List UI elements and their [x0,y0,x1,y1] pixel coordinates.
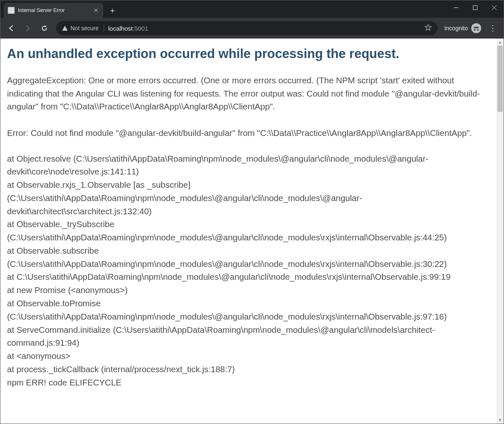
error-heading: An unhandled exception occurred while pr… [7,46,490,62]
new-tab-button[interactable]: ＋ [107,5,118,16]
browser-menu-button[interactable]: ⋮ [485,21,500,36]
bookmark-star-icon[interactable] [424,24,432,33]
forward-button[interactable] [20,21,35,36]
scroll-up-button[interactable]: ▲ [497,39,504,46]
toolbar: Not secure localhost:5001 Incognito ⋮ [0,18,504,39]
tab-close-icon[interactable]: ✕ [93,7,99,14]
page-content: An unhandled exception occurred while pr… [0,39,497,424]
favicon-icon [8,7,15,14]
security-indicator[interactable]: Not secure [62,25,104,31]
incognito-label: Incognito [444,25,468,31]
security-text: Not secure [71,25,99,31]
incognito-indicator: Incognito [442,23,484,33]
scroll-track[interactable] [497,46,504,417]
vertical-scrollbar[interactable]: ▲ ▼ [497,39,504,424]
window-maximize-button[interactable] [465,0,485,15]
address-bar[interactable]: Not secure localhost:5001 [56,21,438,35]
url-port: :5001 [133,25,149,32]
svg-rect-5 [473,5,477,10]
tabs-region: Internal Server Error ✕ ＋ [0,0,118,18]
browser-tab[interactable]: Internal Server Error ✕ [4,3,103,18]
back-button[interactable] [4,21,19,36]
scroll-down-button[interactable]: ▼ [497,417,504,424]
reload-button[interactable] [37,21,52,36]
titlebar: Internal Server Error ✕ ＋ [0,0,504,18]
tab-title: Internal Server Error [18,7,89,13]
window-minimize-button[interactable] [446,0,465,15]
url-display: localhost:5001 [108,25,149,32]
exception-message: AggregateException: One or more errors o… [7,74,490,140]
incognito-icon [471,23,481,33]
window-controls [446,0,504,15]
window-close-button[interactable] [485,0,504,15]
url-host: localhost [108,25,133,32]
stack-trace: at Object.resolve (C:\Users\atithi\AppDa… [7,152,490,389]
scroll-thumb[interactable] [497,46,503,112]
warning-icon [62,25,68,31]
